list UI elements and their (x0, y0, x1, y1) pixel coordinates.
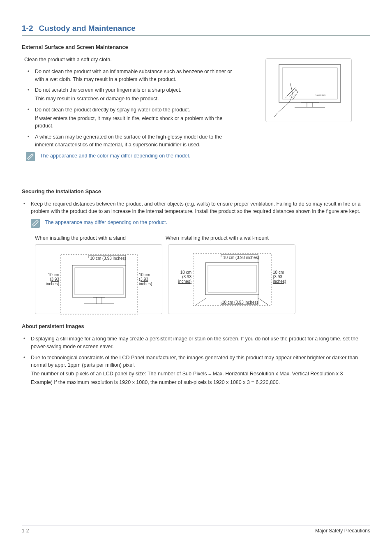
footer-right: Major Safety Precautions (315, 528, 370, 534)
dim-right: 10 cm (3.93 inches) (139, 273, 162, 286)
dim-left-a: 10 cm (180, 270, 191, 275)
note-icon (26, 152, 35, 161)
item-text: Do not scratch the screen with your fing… (35, 87, 181, 93)
item-text: A white stain may be generated on the su… (35, 134, 222, 148)
dim-bottom: 10 cm (3.93 inches) (222, 300, 258, 305)
svg-rect-0 (279, 65, 341, 102)
cleaning-illustration: SAMSUNG (265, 58, 352, 122)
dim-right-b: (3.93 inches) (273, 275, 286, 284)
item-text: Due to technological constraints of the … (31, 355, 358, 368)
svg-text:SAMSUNG: SAMSUNG (315, 94, 325, 97)
footer-left: 1-2 (22, 528, 29, 534)
svg-rect-8 (72, 265, 126, 297)
space-note: The appearance may differ depending on t… (31, 219, 370, 228)
diag-title-stand: When installing the product with a stand (35, 235, 150, 241)
dim-right-b: (3.93 inches) (139, 277, 152, 286)
svg-rect-9 (75, 268, 123, 295)
ext-left: Clean the product with a soft dry cloth.… (22, 56, 235, 172)
svg-rect-16 (208, 265, 256, 292)
dim-top: 10 cm (3.93 inches) (223, 255, 259, 260)
svg-rect-14 (193, 254, 271, 305)
note-icon (31, 219, 40, 228)
item-text: Do not clean the product directly by spr… (35, 107, 190, 113)
list-item: Due to technological constraints of the … (31, 354, 370, 386)
item-text: Keep the required distances between the … (31, 201, 361, 215)
diagram-headings: When installing the product with a stand… (35, 235, 370, 241)
dim-right-a: 10 cm (273, 270, 284, 275)
list-item: Displaying a still image for a long time… (31, 335, 370, 351)
dim-left-b: (3.93 inches) (46, 277, 59, 286)
diag-title-wall: When installing the product with a wall-… (166, 235, 269, 241)
dim-right-a: 10 cm (139, 273, 150, 277)
item-text: Displaying a still image for a long time… (31, 336, 358, 349)
dim-top: 10 cm (3.93 inches) (90, 256, 126, 261)
ext-right: SAMSUNG (247, 56, 370, 172)
section-number: 1-2 (22, 24, 33, 32)
item-sub: This may result in scratches or damage t… (35, 95, 235, 103)
space-heading: Securing the Installation Space (22, 188, 370, 194)
persist-heading: About persistent images (22, 323, 370, 329)
list-item: Keep the required distances between the … (31, 200, 370, 216)
space-note-text: The appearance may differ depending on t… (45, 219, 167, 227)
item-sub: The number of sub-pixels of an LCD panel… (31, 370, 370, 378)
dim-left: 10 cm (3.93 inches) (39, 273, 59, 286)
list-item: Do not clean the product directly by spr… (35, 106, 235, 130)
list-item: A white stain may be generated on the su… (35, 133, 235, 149)
stand-diagram: 10 cm (3.93 inches) 10 cm (3.93 inches) … (35, 244, 162, 314)
ext-columns: Clean the product with a soft dry cloth.… (22, 56, 370, 172)
persist-list: Displaying a still image for a long time… (22, 335, 370, 386)
list-item: Do not clean the product with an inflamm… (35, 68, 235, 83)
list-item: Do not scratch the screen with your fing… (35, 86, 235, 103)
diagram-row: 10 cm (3.93 inches) 10 cm (3.93 inches) … (35, 244, 370, 314)
page-footer: 1-2 Major Safety Precautions (22, 525, 370, 534)
item-sub: If water enters the product, it may resu… (35, 115, 235, 130)
ext-note-text: The appearance and the color may differ … (40, 152, 190, 160)
section-name: Custody and Maintenance (39, 24, 135, 32)
ext-lead: Clean the product with a soft dry cloth. (22, 56, 235, 64)
dim-left-a: 10 cm (48, 273, 59, 277)
section-title: 1-2Custody and Maintenance (22, 24, 370, 36)
dim-right: 10 cm (3.93 inches) (273, 270, 295, 284)
item-sub: Example) If the maximum resolution is 19… (31, 379, 370, 386)
svg-rect-15 (205, 263, 259, 295)
dim-left: 10 cm (3.93 inches) (171, 270, 191, 284)
item-text: Do not clean the product with an inflamm… (35, 69, 232, 82)
dim-left-b: (3.93 inches) (178, 275, 191, 284)
space-list: Keep the required distances between the … (22, 200, 370, 216)
ext-heading: External Surface and Screen Maintenance (22, 44, 370, 50)
ext-note: The appearance and the color may differ … (26, 152, 235, 161)
wall-diagram: 10 cm (3.93 inches) 10 cm (3.93 inches) … (168, 244, 295, 314)
ext-list: Do not clean the product with an inflamm… (22, 68, 235, 149)
